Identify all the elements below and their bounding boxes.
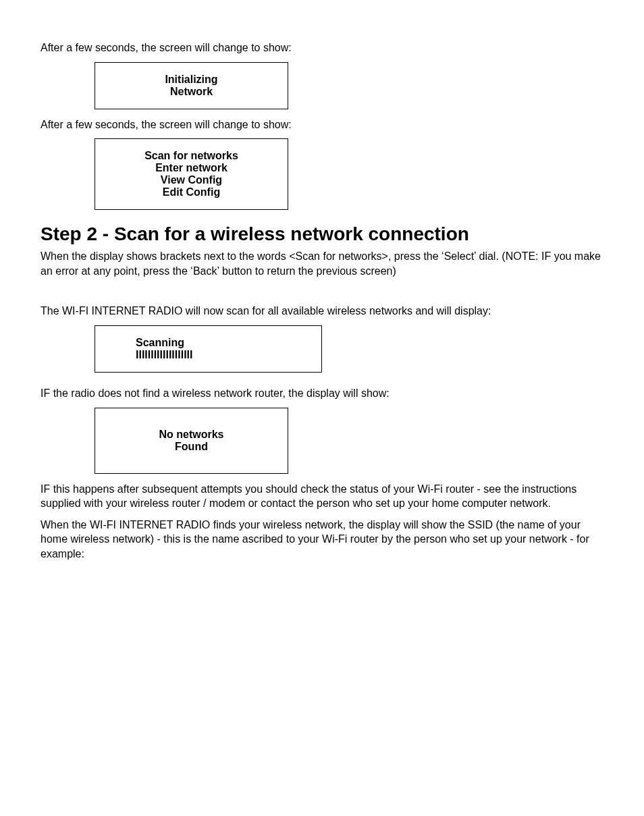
screen-box-menu: Scan for networks Enter network View Con… — [95, 138, 288, 210]
screen-line: Initializing — [102, 74, 281, 86]
screen-line: Network — [102, 86, 281, 98]
screen-line: Enter network — [102, 162, 281, 174]
paragraph: After a few seconds, the screen will cha… — [41, 117, 603, 132]
progress-bar-icon — [136, 349, 315, 361]
paragraph: After a few seconds, the screen will cha… — [41, 40, 603, 55]
screen-line: Found — [102, 441, 281, 453]
screen-box-initializing: Initializing Network — [95, 62, 288, 109]
paragraph: When the WI-FI INTERNET RADIO finds your… — [41, 518, 603, 562]
paragraph: The WI-FI INTERNET RADIO will now scan f… — [41, 304, 603, 319]
screen-line: Edit Config — [102, 186, 281, 198]
step-2-heading: Step 2 - Scan for a wireless network con… — [41, 223, 603, 245]
paragraph: When the display shows brackets next to … — [41, 249, 603, 278]
paragraph: IF this happens after subsequent attempt… — [41, 482, 603, 511]
screen-line: Scanning — [136, 337, 315, 349]
screen-line: No networks — [102, 429, 281, 441]
screen-box-no-networks: No networks Found — [95, 408, 288, 474]
screen-line: Scan for networks — [102, 150, 281, 162]
screen-line: View Config — [102, 174, 281, 186]
paragraph: IF the radio does not find a wireless ne… — [41, 386, 603, 401]
screen-box-scanning: Scanning — [95, 325, 322, 373]
